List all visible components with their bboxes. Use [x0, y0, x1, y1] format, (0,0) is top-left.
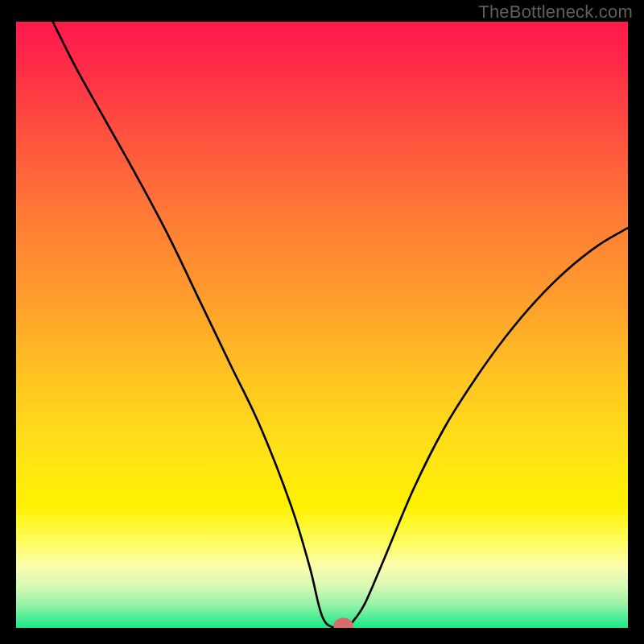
watermark-text: TheBottleneck.com: [478, 2, 633, 23]
bottleneck-chart: [16, 22, 628, 628]
chart-frame: TheBottleneck.com: [0, 0, 644, 644]
optimal-point-marker: [336, 621, 350, 628]
gradient-background: [16, 22, 628, 628]
